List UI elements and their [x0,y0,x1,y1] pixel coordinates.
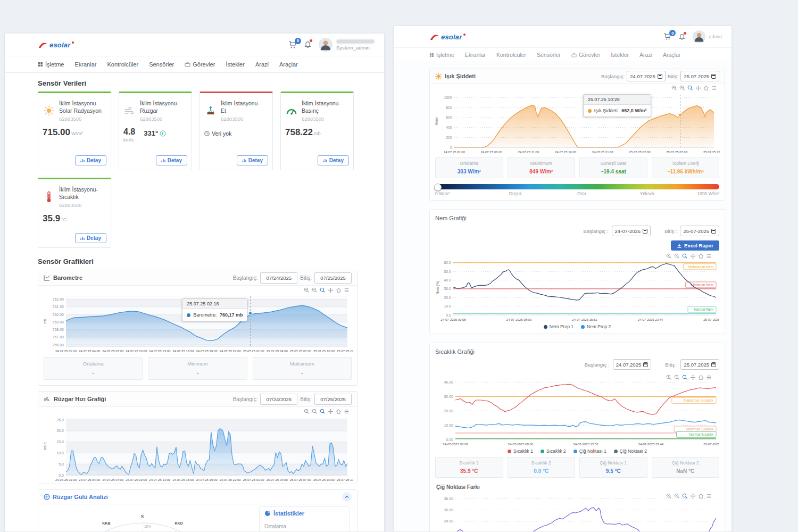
notifications-button[interactable] [304,41,311,48]
detail-button[interactable]: Detay [318,155,349,165]
temperature-chart[interactable]: 40.0030.0020.0010.000.00Maksimum Sıcaklı… [435,377,719,447]
nav-item-kontrolculer[interactable]: Kontrolcüler [496,52,526,58]
menu-icon[interactable] [706,493,712,499]
end-date-input[interactable] [314,394,352,405]
detail-button[interactable]: Detay [75,155,106,165]
cart-button[interactable]: 0 [288,41,297,49]
barometre-chart[interactable]: 762.00761.00760.00759.00758.00757.00756.… [43,294,353,354]
nav-item-ekranlar[interactable]: Ekranlar [465,52,486,58]
svg-text:25.07.25 12:00: 25.07.25 12:00 [703,151,720,154]
user-menu[interactable]: admin [693,30,722,43]
detail-button[interactable]: Detay [156,155,187,165]
user-menu[interactable]: System_admin [319,38,375,52]
collapse-button[interactable] [342,492,352,502]
light-intensity-chart[interactable]: 1000800600400200024.07.25 01:0024.07.25 … [434,92,720,155]
zoom-select-icon[interactable] [682,375,688,380]
start-date-input[interactable]: 24.07.2025 [613,359,652,370]
nav-item-arazi[interactable]: Arazi [255,61,269,68]
zoom-in-icon[interactable] [671,85,677,91]
end-date-input[interactable]: 25.07.2025 [680,359,719,370]
legend-item[interactable]: Nem Prop 1 [544,324,573,329]
svg-text:24-07-2025 08:00: 24-07-2025 08:00 [506,318,532,321]
pan-icon[interactable] [690,375,696,380]
menu-icon[interactable] [706,375,712,380]
home-icon[interactable] [698,375,704,380]
windrose-chart[interactable]: KKKDKDDKDDDGDGDGGDGGGBGBBGBBBKBKBKKB3%6%… [41,506,254,532]
start-date-input[interactable] [260,272,297,284]
pan-icon[interactable] [328,287,334,293]
nav-item-istekler[interactable]: İstekler [611,52,629,58]
home-icon[interactable] [703,85,709,91]
chart-modebar [666,253,712,259]
cart-button[interactable]: 0 [663,33,671,40]
zoom-out-icon[interactable] [674,375,680,380]
nav-item-araclar[interactable]: Araçlar [663,52,680,58]
end-date-input[interactable]: 25.07.2025 [680,71,719,81]
chart-tooltip: 25.07.25 10:28 Işık Şiddeti:652,0 W/m² [583,94,652,117]
pan-icon[interactable] [690,253,696,259]
zoom-select-icon[interactable] [682,493,688,499]
legend-item[interactable]: Çiğ Noktası 1 [573,448,606,454]
home-icon[interactable] [698,253,704,259]
nav-item-isletme[interactable]: İşletme [429,52,454,58]
svg-text:20.00: 20.00 [444,409,453,413]
nav-item-gorevler[interactable]: Görevler [185,61,215,68]
zoom-out-icon[interactable] [674,253,680,259]
detail-button[interactable]: Detay [75,233,106,243]
notifications-button[interactable] [679,34,685,40]
scale-slider-knob[interactable] [434,184,442,191]
menu-icon[interactable] [344,409,350,414]
nav-item-sensorler[interactable]: Sensörler [537,52,561,58]
menu-icon[interactable] [711,85,717,91]
legend-item[interactable]: Sıcaklık 2 [541,448,566,454]
app-logo[interactable]: esolar [429,33,466,41]
end-date-input[interactable]: 25-07-2025 [680,226,719,236]
excel-report-button[interactable]: Excel Rapor [671,240,719,251]
nav-item-kontrolculer[interactable]: Kontrolcüler [107,61,138,68]
zoom-in-icon[interactable] [666,375,672,380]
nav-item-istekler[interactable]: İstekler [226,61,244,68]
home-icon[interactable] [698,493,704,499]
legend-item[interactable]: Nem Prop 2 [581,324,611,329]
zoom-in-icon[interactable] [666,493,672,499]
nav-item-araclar[interactable]: Araçlar [279,61,298,68]
menu-icon[interactable] [706,253,712,259]
nav-item-arazi[interactable]: Arazi [639,52,652,58]
detail-button[interactable]: Detay [237,155,268,165]
start-date-input[interactable] [260,394,297,405]
zoom-in-icon[interactable] [304,409,310,414]
humidity-chart[interactable]: 60.050.040.030.020.010.00.0Maksimum NemM… [435,257,719,322]
legend-item[interactable]: Çiğ Noktası 2 [614,448,647,454]
zoom-in-icon[interactable] [304,287,310,293]
chart-canvas: 40.0030.0020.0010.000.00Maksimum Sıcaklı… [435,377,719,447]
menu-icon[interactable] [344,287,350,293]
zoom-select-icon[interactable] [687,85,693,91]
pan-icon[interactable] [695,85,701,91]
zoom-in-icon[interactable] [666,253,672,259]
legend-item[interactable]: Sıcaklık 1 [508,448,533,454]
zoom-select-icon[interactable] [320,409,326,414]
zoom-out-icon[interactable] [312,287,318,293]
zoom-out-icon[interactable] [312,409,318,414]
nav-item-ekranlar[interactable]: Ekranlar [74,61,96,68]
zoom-out-icon[interactable] [679,85,685,91]
pan-icon[interactable] [328,409,334,414]
nav-item-sensorler[interactable]: Sensörler [149,61,174,68]
start-date-input[interactable]: 24-07-2025 [612,226,651,236]
pan-icon[interactable] [690,493,696,499]
zoom-out-icon[interactable] [674,493,680,499]
app-logo[interactable]: esolar [38,41,74,49]
end-date-input[interactable] [314,272,352,284]
svg-text:25.07.25 07:00: 25.07.25 07:00 [666,151,688,154]
nav-item-isletme[interactable]: İşletme [38,61,64,68]
zoom-select-icon[interactable] [320,287,326,293]
start-date-input[interactable]: 24.07.2025 [627,71,666,81]
wind-speed-chart[interactable]: 25.020.015.010.05.00.024.07.25 01:0024.0… [43,415,353,483]
svg-text:24-07-2025 00:08: 24-07-2025 00:08 [443,443,468,446]
nav-item-gorevler[interactable]: Görevler [571,52,600,58]
panel-title: Rüzgar Hızı Grafiği [54,396,106,402]
zoom-select-icon[interactable] [682,253,688,259]
home-icon[interactable] [336,409,342,414]
home-icon[interactable] [336,287,342,293]
user-role-label: System_admin [336,45,375,51]
